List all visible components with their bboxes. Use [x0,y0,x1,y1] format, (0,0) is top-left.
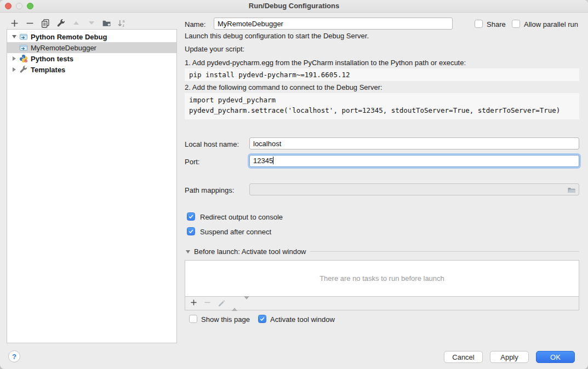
move-up-icon [73,21,79,25]
svg-text:z: z [123,23,125,27]
edit-task-button[interactable] [218,299,225,308]
question-mark-icon: ? [12,353,16,361]
chevron-down-icon[interactable] [10,35,18,38]
redirect-output-label: Redirect output to console [200,213,283,221]
chevron-right-icon[interactable] [10,56,18,61]
port-input[interactable]: 12345 [249,155,579,167]
activate-tool-window-checkbox[interactable] [258,315,266,323]
configurations-toolbar: a z [10,18,127,28]
check-icon [188,214,194,220]
before-launch-section-header[interactable]: Before launch: Activate tool window [186,247,579,256]
move-down-icon [244,296,249,308]
new-folder-icon [102,19,111,28]
allow-parallel-run-label: Allow parallel run [524,20,578,28]
local-host-name-label: Local host name: [185,140,239,148]
move-up-button[interactable] [71,19,81,28]
copy-icon [41,19,50,28]
configurations-tree: Python Remote Debug MyRemoteDebugger Pyt… [7,29,177,343]
ok-button[interactable]: OK [536,351,575,363]
help-button[interactable]: ? [8,350,20,362]
before-launch-task-list[interactable]: There are no tasks to run before launch [185,260,579,297]
sort-az-icon: a z [117,19,127,28]
redirect-output-checkbox[interactable] [187,212,195,221]
tree-item-label: Python tests [31,55,73,63]
suspend-after-connect-checkbox[interactable] [187,227,195,235]
name-label: Name: [185,20,205,28]
window-title: Run/Debug Configurations [0,2,588,10]
create-folder-button[interactable] [102,19,111,28]
pencil-icon [218,299,225,307]
remote-debug-icon [19,32,28,41]
add-task-button[interactable] [190,299,197,308]
settrace-code: import pydevd_pycharm pydevd_pycharm.set… [185,93,579,119]
apply-button[interactable]: Apply [490,351,529,363]
step-2-text: 2. Add the following command to connect … [185,83,383,91]
browse-folder-icon[interactable] [567,186,576,196]
python-icon [19,54,28,63]
description-line-2: Update your script: [185,45,244,53]
chevron-right-icon[interactable] [10,67,18,72]
path-mappings-label: Path mappings: [185,186,234,194]
port-label: Port: [185,158,199,166]
title-bar: Run/Debug Configurations [0,0,588,13]
copy-configuration-button[interactable] [41,19,50,28]
allow-parallel-run-checkbox[interactable] [512,20,520,28]
move-task-down-button[interactable] [244,299,249,308]
activate-tool-window-label: Activate tool window [270,315,335,324]
minus-icon [204,299,211,306]
step-1-text: 1. Add pydevd-pycharm.egg from the PyCha… [185,59,466,67]
description-line-1: Launch this debug configuration to start… [185,32,369,40]
before-launch-title: Before launch: Activate tool window [194,247,306,256]
share-checkbox[interactable] [475,20,483,28]
edit-templates-button[interactable] [56,19,65,28]
check-icon [188,228,194,234]
tree-item-label: Python Remote Debug [31,33,107,41]
show-this-page-label: Show this page [201,315,250,324]
name-input[interactable] [214,18,453,30]
tree-item-label: MyRemoteDebugger [31,44,96,52]
run-debug-configurations-dialog: Run/Debug Configurations [0,0,588,369]
task-list-toolbar [185,297,579,310]
move-down-button[interactable] [87,19,96,28]
settrace-code-line-2: pydevd_pycharm.settrace('localhost', por… [189,105,575,116]
empty-task-list-text: There are no tasks to run before launch [319,274,444,282]
path-mappings-input[interactable] [249,183,579,195]
sort-configurations-button[interactable]: a z [117,19,127,28]
plus-icon [10,19,19,27]
collapse-triangle-icon[interactable] [186,250,190,253]
minus-icon [26,19,34,27]
section-divider [310,251,579,252]
wrench-icon [19,65,28,74]
local-host-name-input[interactable] [249,137,579,149]
plus-icon [190,299,197,306]
cancel-button[interactable]: Cancel [444,351,483,363]
suspend-after-connect-label: Suspend after connect [200,228,271,236]
tree-item-templates[interactable]: Templates [7,64,176,75]
settrace-code-line-1: import pydevd_pycharm [189,95,575,105]
move-down-icon [89,21,94,25]
move-up-icon [232,299,237,311]
remove-configuration-button[interactable] [25,19,35,28]
check-icon [259,316,265,322]
show-this-page-checkbox[interactable] [189,315,197,323]
move-task-up-button[interactable] [232,299,237,308]
tree-item-python-remote-debug[interactable]: Python Remote Debug [7,31,176,42]
tree-item-label: Templates [31,66,65,74]
add-configuration-button[interactable] [10,19,19,28]
svg-text:a: a [123,19,125,23]
tree-item-python-tests[interactable]: Python tests [7,53,176,64]
wrench-icon [56,19,65,27]
text-caret [273,157,273,164]
share-checkbox-label: Share [487,20,506,28]
remote-debug-icon [19,43,28,52]
remove-task-button[interactable] [204,299,211,308]
pip-install-code: pip install pydevd-pycharm~=191.6605.12 [185,68,579,81]
tree-item-myremotedebugger[interactable]: MyRemoteDebugger [7,42,176,53]
